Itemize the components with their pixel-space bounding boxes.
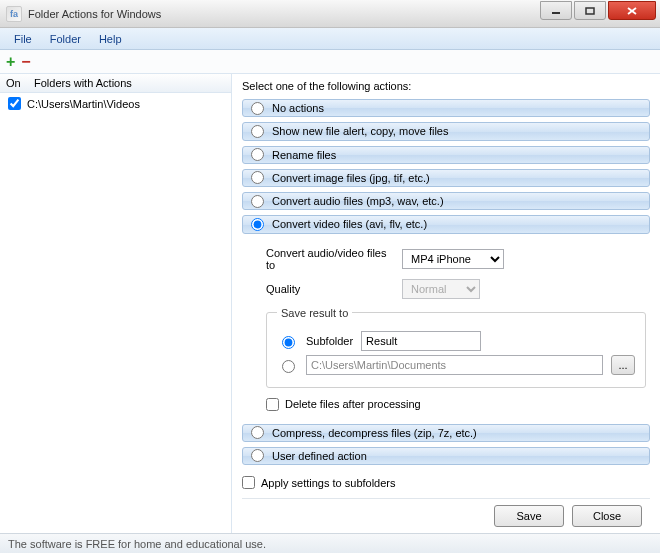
folder-enabled-checkbox[interactable] [8, 97, 21, 110]
save-button[interactable]: Save [494, 505, 564, 527]
action-option-video[interactable]: Convert video files (avi, flv, etc.) [242, 215, 650, 233]
save-subfolder-radio[interactable] [282, 336, 295, 349]
titlebar: fa Folder Actions for Windows [0, 0, 660, 28]
menu-folder[interactable]: Folder [42, 31, 89, 47]
apply-subfolders-checkbox[interactable] [242, 476, 255, 489]
convert-subpanel: Convert audio/video files to MP4 iPhone … [242, 239, 650, 419]
action-label: No actions [272, 102, 324, 114]
save-result-fieldset: Save result to Subfolder ... [266, 307, 646, 388]
folder-row[interactable]: C:\Users\Martin\Videos [0, 93, 231, 114]
button-bar: Save Close [242, 498, 650, 527]
app-icon: fa [6, 6, 22, 22]
delete-after-row[interactable]: Delete files after processing [266, 398, 646, 411]
statusbar: The software is FREE for home and educat… [0, 533, 660, 553]
minimize-button[interactable] [540, 1, 572, 20]
menu-file[interactable]: File [6, 31, 40, 47]
apply-subfolders-label: Apply settings to subfolders [261, 477, 396, 489]
remove-folder-button[interactable]: − [21, 55, 30, 69]
action-option-image[interactable]: Convert image files (jpg, tif, etc.) [242, 169, 650, 187]
action-label: Rename files [272, 149, 336, 161]
action-radio-user[interactable] [251, 449, 264, 462]
action-radio-video[interactable] [251, 218, 264, 231]
save-path-input [306, 355, 603, 375]
convert-quality-select: Normal [402, 279, 480, 299]
convert-target-select[interactable]: MP4 iPhone [402, 249, 504, 269]
close-button[interactable]: Close [572, 505, 642, 527]
menu-help[interactable]: Help [91, 31, 130, 47]
folders-header-name: Folders with Actions [34, 77, 132, 89]
status-text: The software is FREE for home and educat… [8, 538, 266, 550]
action-radio-compress[interactable] [251, 426, 264, 439]
menubar: File Folder Help [0, 28, 660, 50]
folders-pane: On Folders with Actions C:\Users\Martin\… [0, 74, 232, 533]
save-subfolder-input[interactable] [361, 331, 481, 351]
action-label: User defined action [272, 450, 367, 462]
svg-rect-1 [586, 8, 594, 14]
actions-select-label: Select one of the following actions: [242, 80, 650, 92]
folder-path: C:\Users\Martin\Videos [27, 98, 140, 110]
apply-subfolders-row[interactable]: Apply settings to subfolders [242, 476, 650, 489]
action-radio-none[interactable] [251, 102, 264, 115]
action-radio-rename[interactable] [251, 148, 264, 161]
window-title: Folder Actions for Windows [28, 8, 161, 20]
convert-target-label: Convert audio/video files to [266, 247, 396, 271]
action-radio-alert[interactable] [251, 125, 264, 138]
actions-pane: Select one of the following actions: No … [232, 74, 660, 533]
action-label: Convert image files (jpg, tif, etc.) [272, 172, 430, 184]
save-subfolder-label: Subfolder [306, 335, 353, 347]
action-option-rename[interactable]: Rename files [242, 146, 650, 164]
action-option-none[interactable]: No actions [242, 99, 650, 117]
action-option-alert[interactable]: Show new file alert, copy, move files [242, 122, 650, 140]
action-label: Convert video files (avi, flv, etc.) [272, 218, 427, 230]
action-option-compress[interactable]: Compress, decompress files (zip, 7z, etc… [242, 424, 650, 442]
close-window-button[interactable] [608, 1, 656, 20]
action-label: Compress, decompress files (zip, 7z, etc… [272, 427, 477, 439]
action-radio-image[interactable] [251, 171, 264, 184]
folders-header: On Folders with Actions [0, 74, 231, 93]
browse-button[interactable]: ... [611, 355, 635, 375]
toolbar: + − [0, 50, 660, 74]
action-radio-audio[interactable] [251, 195, 264, 208]
convert-quality-label: Quality [266, 283, 396, 295]
delete-after-label: Delete files after processing [285, 398, 421, 410]
action-label: Show new file alert, copy, move files [272, 125, 448, 137]
action-option-audio[interactable]: Convert audio files (mp3, wav, etc.) [242, 192, 650, 210]
delete-after-checkbox[interactable] [266, 398, 279, 411]
action-label: Convert audio files (mp3, wav, etc.) [272, 195, 444, 207]
maximize-button[interactable] [574, 1, 606, 20]
save-result-legend: Save result to [277, 307, 352, 319]
action-option-user[interactable]: User defined action [242, 447, 650, 465]
folders-header-on: On [6, 77, 34, 89]
save-path-radio[interactable] [282, 360, 295, 373]
add-folder-button[interactable]: + [6, 55, 15, 69]
